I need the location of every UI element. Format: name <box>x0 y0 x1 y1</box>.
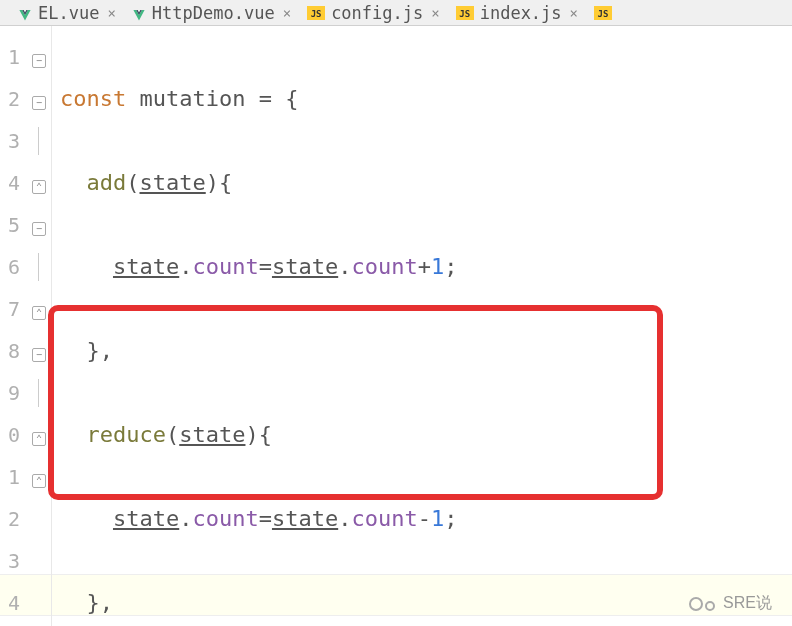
close-icon[interactable]: × <box>431 5 439 21</box>
vue-icon <box>132 6 146 20</box>
tab-label: index.js <box>480 3 562 23</box>
js-icon: JS <box>456 6 474 20</box>
tab-partial-js[interactable]: JS <box>586 0 620 25</box>
watermark-text: SRE说 <box>723 593 772 614</box>
svg-marker-2 <box>133 10 144 21</box>
fold-icon[interactable]: − <box>32 222 46 236</box>
editor-tabs: EL.vue × HttpDemo.vue × JS config.js × J… <box>0 0 792 26</box>
tab-label: config.js <box>331 3 423 23</box>
tab-el-vue[interactable]: EL.vue × <box>10 0 124 25</box>
js-icon: JS <box>307 6 325 20</box>
fold-icon[interactable]: ⌃ <box>32 180 46 194</box>
fold-icon[interactable]: − <box>32 54 46 68</box>
tab-label: EL.vue <box>38 3 99 23</box>
fold-icon[interactable]: − <box>32 96 46 110</box>
vue-icon <box>18 6 32 20</box>
tab-httpdemo-vue[interactable]: HttpDemo.vue × <box>124 0 299 25</box>
tab-label: HttpDemo.vue <box>152 3 275 23</box>
tab-config-js[interactable]: JS config.js × <box>299 0 448 25</box>
fold-icon[interactable]: ⌃ <box>32 432 46 446</box>
fold-gutter: − − ⌃ − ⌃ − ⌃ ⌃ <box>28 26 52 626</box>
close-icon[interactable]: × <box>107 5 115 21</box>
fold-icon[interactable]: ⌃ <box>32 474 46 488</box>
code-editor[interactable]: 1 2 3 4 5 6 7 8 9 0 1 2 3 4 − − ⌃ − ⌃ − … <box>0 26 792 626</box>
fold-icon[interactable]: − <box>32 348 46 362</box>
close-icon[interactable]: × <box>283 5 291 21</box>
line-numbers: 1 2 3 4 5 6 7 8 9 0 1 2 3 4 <box>0 26 28 626</box>
fold-icon[interactable]: ⌃ <box>32 306 46 320</box>
svg-marker-0 <box>19 10 30 21</box>
watermark: SRE说 <box>689 593 772 614</box>
tab-index-js[interactable]: JS index.js × <box>448 0 586 25</box>
js-icon: JS <box>594 6 612 20</box>
close-icon[interactable]: × <box>570 5 578 21</box>
wechat-icon <box>689 597 715 611</box>
code-area[interactable]: const mutation = { add(state){ state.cou… <box>52 26 792 626</box>
